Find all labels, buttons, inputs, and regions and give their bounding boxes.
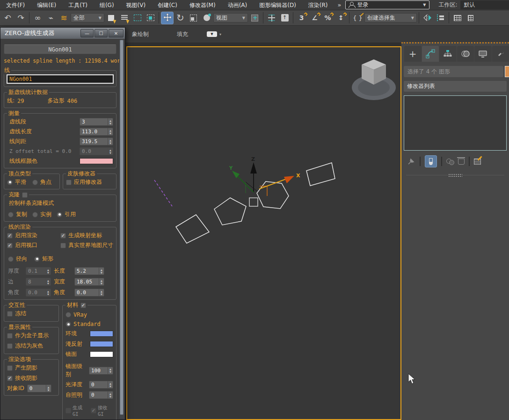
spinner-arrows-icon[interactable]	[99, 278, 104, 285]
minimize-button[interactable]: —	[80, 29, 94, 37]
object-id-spinner[interactable]: 0	[27, 384, 51, 392]
corner-radio[interactable]	[32, 180, 38, 185]
spinner-arrows-icon[interactable]	[108, 391, 113, 398]
use-pivot-center-icon[interactable]	[248, 12, 261, 24]
align-icon[interactable]	[434, 12, 447, 24]
clone-checkbox[interactable]	[22, 192, 28, 198]
spinner-arrows-icon[interactable]	[108, 381, 113, 388]
tab-motion[interactable]	[457, 46, 474, 62]
spinner-arrows-icon[interactable]	[108, 128, 113, 135]
shape-quad-right[interactable]	[306, 163, 335, 186]
vray-radio[interactable]	[65, 312, 71, 318]
bind-spacewarp-icon[interactable]: ≋	[58, 12, 70, 24]
tab-hierarchy[interactable]	[439, 46, 457, 62]
reference-radio[interactable]	[57, 212, 62, 217]
width-spinner[interactable]: 18.05	[74, 278, 104, 286]
ribbon-caret-icon[interactable]: ▾	[219, 32, 221, 36]
specular-level-spinner[interactable]: 100	[89, 367, 113, 375]
select-and-scale-icon[interactable]	[187, 12, 200, 24]
self-illumination-spinner[interactable]: 0	[89, 391, 113, 399]
select-object-icon[interactable]	[105, 12, 117, 24]
apply-modifier-checkbox[interactable]	[66, 180, 72, 185]
menu-animation[interactable]: 动画(A)	[222, 0, 254, 10]
remove-modifier-trash-icon[interactable]	[458, 159, 465, 165]
login-dropdown-arrow[interactable]: ▼	[423, 3, 426, 7]
spinner-arrows-icon[interactable]	[108, 138, 113, 145]
display-as-box-checkbox[interactable]	[7, 333, 13, 339]
wire-color-swatch[interactable]	[80, 158, 113, 164]
gen-mapping-checkbox[interactable]	[60, 233, 66, 239]
environment-color-swatch[interactable]	[90, 331, 113, 337]
ribbon-object-paint-label[interactable]: 象绘制	[127, 30, 153, 38]
shape-pentagon[interactable]	[214, 198, 246, 225]
spinner-arrows-icon[interactable]	[46, 385, 51, 392]
viewport-canvas[interactable]: Z Y X	[127, 47, 400, 419]
object-color-swatch[interactable]	[505, 66, 509, 77]
ribbon-fill-label[interactable]: 填充	[172, 30, 193, 38]
redo-icon[interactable]: ↷	[15, 12, 27, 24]
select-and-rotate-icon[interactable]: ↻	[174, 12, 187, 24]
edit-named-selection-sets-icon[interactable]: { }	[351, 12, 364, 24]
menu-file[interactable]: 文件(F)	[0, 0, 31, 10]
rectangular-selection-region-icon[interactable]	[131, 12, 144, 24]
make-unique-icon[interactable]	[446, 159, 454, 165]
layer-manager-icon[interactable]	[451, 12, 464, 24]
configure-modifier-sets-icon[interactable]	[474, 159, 481, 165]
reference-coordinate-dropdown[interactable]: 视图 ▼	[213, 13, 248, 22]
mirror-icon[interactable]	[421, 12, 434, 24]
line-gap-spinner[interactable]: 319.5	[80, 138, 113, 145]
menu-graph-editors[interactable]: 图形编辑器(D)	[253, 0, 302, 10]
undo-icon[interactable]: ↶	[1, 12, 14, 24]
unlink-selection-icon[interactable]: ⌁	[44, 12, 57, 24]
tab-utilities[interactable]	[492, 46, 509, 62]
spinner-arrows-icon[interactable]	[108, 118, 113, 125]
freeze-checkbox[interactable]	[7, 311, 13, 317]
window-crossing-icon[interactable]	[144, 12, 157, 24]
selection-name-field[interactable]: 选择了 4 个 图形	[404, 66, 503, 77]
menu-rendering[interactable]: 渲染(R)	[302, 0, 334, 10]
angle-snap-icon[interactable]: ∠	[308, 12, 321, 24]
shape-quad-left[interactable]	[176, 215, 209, 243]
scrollbar-thumb[interactable]	[120, 40, 124, 415]
menu-tools[interactable]: 工具(T)	[62, 0, 94, 10]
dialog-titlebar[interactable]: ZERO-虚线生成器 — ☐ ✕	[0, 28, 125, 39]
menu-modifiers[interactable]: 修改器(M)	[183, 0, 222, 10]
login-dropdown[interactable]: 登录 ▼	[345, 0, 429, 9]
snap-toggle-3d-icon[interactable]: 3	[295, 12, 308, 24]
move-gizmo[interactable]: Z Y X	[229, 156, 300, 206]
gizmo-center-box[interactable]	[249, 198, 258, 206]
specular-color-swatch[interactable]	[90, 351, 113, 357]
select-and-place-icon[interactable]	[200, 12, 213, 24]
spinner-snap-icon[interactable]: ↕	[334, 12, 347, 24]
pin-stack-icon[interactable]	[407, 157, 415, 166]
viewcube[interactable]	[352, 59, 396, 100]
keyboard-shortcut-override-icon[interactable]: ↑	[278, 12, 291, 24]
spinner-arrows-icon[interactable]	[99, 289, 104, 296]
enable-viewport-checkbox[interactable]	[7, 243, 13, 248]
named-selection-set-dropdown[interactable]: 创建选择集 ▼	[364, 13, 417, 22]
menu-overflow-chevron[interactable]: »	[334, 1, 345, 8]
select-by-name-icon[interactable]	[118, 12, 131, 24]
instance-radio[interactable]	[32, 212, 38, 217]
cast-shadows-checkbox[interactable]	[7, 365, 13, 371]
freeze-gray-checkbox[interactable]	[7, 343, 13, 349]
dashed-purple-line[interactable]	[154, 180, 172, 206]
tab-modify[interactable]	[422, 46, 439, 62]
menu-group[interactable]: 组(G)	[94, 0, 120, 10]
close-button[interactable]: ✕	[109, 29, 124, 37]
real-world-checkbox[interactable]	[60, 243, 66, 248]
curve-editor-icon[interactable]	[464, 12, 477, 24]
select-and-move-icon[interactable]	[161, 12, 174, 24]
modifier-list-dropdown[interactable]: 修改器列表	[404, 81, 507, 92]
viewport[interactable]: Z Y X	[126, 46, 401, 420]
dropdown-arrow-icon[interactable]: ▼	[242, 16, 245, 20]
shape-hexagon[interactable]	[257, 181, 289, 209]
dash-length-spinner[interactable]: 113.0	[80, 128, 113, 136]
smooth-radio[interactable]	[7, 180, 13, 185]
dropdown-arrow-icon[interactable]: ▼	[99, 16, 102, 20]
enable-render-checkbox[interactable]	[7, 233, 13, 239]
standard-radio[interactable]	[65, 321, 71, 327]
ribbon-minimize-dropdown-icon[interactable]	[207, 31, 217, 37]
percent-snap-icon[interactable]: %	[321, 12, 334, 24]
angle-right-spinner[interactable]: 0.0	[74, 289, 104, 297]
